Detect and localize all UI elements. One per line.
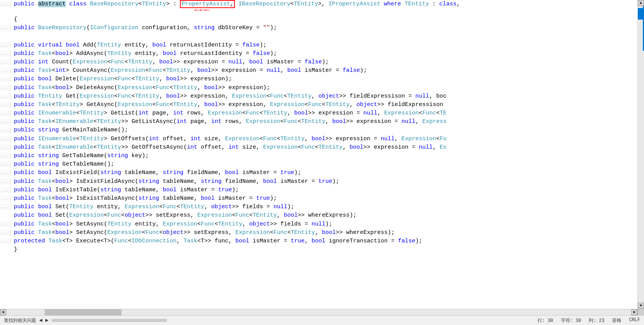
line-content: public bool Set(TEntity entity, Expressi…	[11, 203, 294, 211]
code-line: ... public string GetTableName(string ke…	[0, 152, 637, 160]
fold-indicator[interactable]: ...	[0, 110, 11, 116]
code-line: ... public BaseRepository(IConfiguration…	[0, 24, 637, 32]
line-content: public Task<bool> SetAsync(TEntity entit…	[11, 220, 332, 229]
line-content: }	[11, 245, 17, 254]
line-content: public BaseRepository(IConfiguration con…	[11, 24, 277, 32]
code-line: ... public bool IsExistField(string tabl…	[0, 169, 637, 177]
fold-indicator[interactable]: ...	[0, 127, 11, 133]
code-line: ... public Task<bool> AddAsync(TEntity e…	[0, 50, 637, 58]
code-editor: ...public abstract class BaseRepository<…	[0, 0, 644, 309]
arrow-left-icon[interactable]: ◄	[39, 317, 42, 323]
code-line: ... public bool Set(TEntity entity, Expr…	[0, 203, 637, 211]
fold-indicator[interactable]: ...	[0, 153, 11, 159]
encoding-info: CRLF	[629, 317, 640, 324]
fold-indicator[interactable]: ...	[0, 238, 11, 244]
line-content: public bool IsExistTable(string tableNam…	[11, 186, 239, 194]
fold-indicator[interactable]: ...	[0, 93, 11, 99]
code-line: ... public Task<bool> DeleteAsync(Expres…	[0, 84, 637, 92]
line-content: public Task<IEnumerable<TEntity>> GetOff…	[11, 143, 446, 152]
line-content: public Task<bool> IsExistTableAsync(stri…	[11, 194, 277, 203]
vertical-scrollbar[interactable]: ▲ ▼	[637, 0, 644, 309]
extra-info: 容格	[612, 317, 621, 324]
code-line: ...public abstract class BaseRepository<…	[0, 0, 637, 8]
code-line: ... public string GetTableName();	[0, 160, 637, 169]
code-line: ... public Task<TEntity> GetAsync(Expres…	[0, 101, 637, 109]
fold-indicator[interactable]: ...	[0, 85, 11, 91]
code-content-area: ...public abstract class BaseRepository<…	[0, 0, 637, 309]
line-content: public string GetTableName();	[11, 160, 114, 169]
red-arrow-indicator: ←←←	[195, 4, 210, 17]
fold-indicator[interactable]: ...	[0, 42, 11, 48]
col-info: 列: 23	[589, 317, 604, 324]
code-line: ... public IEnumerable<TEntity> GetOffse…	[0, 135, 637, 143]
code-line: ... public Task<IEnumerable<TEntity>> Ge…	[0, 118, 637, 126]
line-content: public TEntity Get(Expression<Func<TEnti…	[11, 92, 446, 101]
code-line: ... public int Count(Expression<Func<TEn…	[0, 58, 637, 66]
scroll-thumb-h[interactable]	[45, 309, 121, 315]
fold-indicator[interactable]: ...	[0, 161, 11, 167]
fold-indicator[interactable]: ...	[0, 68, 11, 74]
fold-indicator[interactable]: ...	[0, 59, 11, 65]
code-line: ... public Task<bool> IsExistFieldAsync(…	[0, 177, 637, 186]
status-right: 行: 30 字符: 30 列: 23 容格 CRLF	[537, 317, 640, 324]
nav-arrows[interactable]: ◄ ►	[39, 317, 48, 323]
scroll-down-button[interactable]: ▼	[638, 303, 644, 309]
scroll-track-v[interactable]	[638, 6, 644, 303]
code-line: ... protected Task<T> Execute<T>(Func<ID…	[0, 237, 637, 245]
arrow-right-icon[interactable]: ►	[45, 317, 48, 323]
line-content: public string GetMainTableName();	[11, 126, 128, 134]
scroll-track-h[interactable]	[6, 309, 631, 315]
line-content: public bool Delete(Expression<Func<TEnti…	[11, 75, 232, 83]
code-line: ... public Task<bool> SetAsync(TEntity e…	[0, 220, 637, 229]
red-arrow-row: ←←←	[0, 8, 637, 15]
line-content: public IEnumerable<TEntity> GetList(int …	[11, 109, 446, 118]
code-line: ... public bool Delete(Expression<Func<T…	[0, 75, 637, 83]
code-line: ... public string GetMainTableName();	[0, 126, 637, 134]
line-content: public int Count(Expression<Func<TEntity…	[11, 58, 329, 66]
line-content: public string GetTableName(string key);	[11, 152, 149, 160]
fold-indicator[interactable]: ...	[0, 119, 11, 125]
fold-indicator[interactable]: ...	[0, 221, 11, 227]
line-content: public Task<bool> SetAsync(Expression<Fu…	[11, 229, 394, 237]
code-line: ... public Task<IEnumerable<TEntity>> Ge…	[0, 143, 637, 152]
line-content: public IEnumerable<TEntity> GetOffsets(i…	[11, 135, 446, 143]
line-content: public bool Set(Expression<Func<object>>…	[11, 211, 356, 220]
line-content: public virtual bool Add(TEntity entity, …	[11, 41, 266, 50]
fold-indicator[interactable]: ...	[0, 1, 11, 7]
fold-indicator[interactable]: ...	[0, 51, 11, 57]
line-content: protected Task<T> Execute<T>(Func<IDbCon…	[11, 237, 422, 245]
code-line: ... public virtual bool Add(TEntity enti…	[0, 41, 637, 50]
fold-indicator[interactable]: ...	[0, 144, 11, 151]
line-content: public Task<bool> IsExistFieldAsync(stri…	[11, 177, 339, 186]
scroll-right-button[interactable]: ►	[631, 309, 637, 315]
fold-indicator[interactable]: ...	[0, 230, 11, 236]
scroll-up-button[interactable]: ▲	[638, 0, 644, 6]
code-line: ... public bool IsExistTable(string tabl…	[0, 186, 637, 194]
line-content: public Task<bool> AddAsync(TEntity entit…	[11, 50, 277, 58]
code-line: ... public Task<bool> IsExistTableAsync(…	[0, 194, 637, 203]
fold-indicator[interactable]: ...	[0, 136, 11, 142]
status-bar: 查找到相关问题 ◄ ► 行: 30 字符: 30 列: 23 容格 CRLF	[0, 315, 644, 325]
fold-indicator[interactable]: ...	[0, 204, 11, 210]
horizontal-scrollbar[interactable]: ◄ ►	[0, 309, 644, 315]
fold-indicator[interactable]: ...	[0, 187, 11, 193]
line-content: public abstract class BaseRepository<TEn…	[11, 0, 460, 8]
code-line	[0, 33, 637, 41]
line-content: {	[11, 15, 17, 24]
line-content: public Task<TEntity> GetAsync(Expression…	[11, 101, 443, 109]
fold-indicator[interactable]: ...	[0, 102, 11, 108]
code-line: {	[0, 15, 637, 24]
lines-container: ...public abstract class BaseRepository<…	[0, 0, 637, 254]
code-line: }	[0, 245, 637, 254]
code-line: ... public Task<int> CountAsync(Expressi…	[0, 66, 637, 75]
line-content: public Task<bool> DeleteAsync(Expression…	[11, 84, 270, 92]
fold-indicator[interactable]: ...	[0, 76, 11, 82]
fold-indicator[interactable]: ...	[0, 25, 11, 31]
code-line: public bool Set(Expression<Func<object>>…	[0, 211, 637, 220]
fold-indicator[interactable]: ...	[0, 170, 11, 176]
line-content: public Task<int> CountAsync(Expression<F…	[11, 66, 367, 75]
fold-indicator[interactable]: ...	[0, 179, 11, 185]
char-info: 字符: 30	[561, 317, 581, 324]
scroll-left-button[interactable]: ◄	[0, 309, 6, 315]
fold-indicator[interactable]: ...	[0, 196, 11, 202]
